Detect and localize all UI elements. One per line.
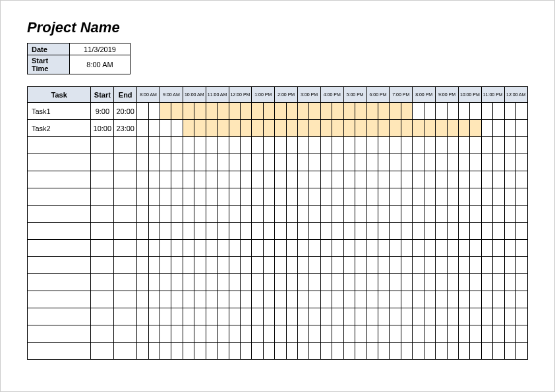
time-cell — [332, 240, 343, 257]
task-cell[interactable] — [28, 188, 91, 206]
end-cell[interactable] — [114, 240, 137, 257]
time-cell — [343, 274, 355, 291]
start-cell[interactable] — [91, 325, 114, 343]
time-cell — [252, 188, 263, 206]
start-cell[interactable] — [91, 343, 114, 360]
time-cell — [240, 274, 251, 291]
start-cell[interactable] — [91, 240, 114, 257]
time-cell — [447, 240, 458, 257]
time-cell — [263, 291, 274, 308]
time-cell — [263, 308, 274, 325]
time-cell — [343, 154, 355, 171]
start-cell[interactable] — [91, 223, 114, 240]
time-cell — [320, 103, 332, 120]
time-cell — [298, 103, 309, 120]
end-cell[interactable] — [114, 206, 137, 223]
task-cell[interactable] — [28, 308, 91, 325]
time-cell — [458, 343, 469, 360]
time-cell — [493, 206, 504, 223]
time-cell — [401, 120, 412, 137]
start-cell[interactable] — [91, 206, 114, 223]
time-cell — [240, 291, 251, 308]
task-cell[interactable] — [28, 291, 91, 308]
time-cell — [206, 291, 217, 308]
hour-header: 2:00 PM — [275, 87, 298, 103]
start-cell[interactable] — [91, 291, 114, 308]
time-cell — [458, 240, 469, 257]
time-cell — [160, 188, 171, 206]
end-cell[interactable] — [114, 188, 137, 206]
time-cell — [424, 291, 435, 308]
task-cell[interactable] — [28, 137, 91, 154]
start-cell[interactable] — [91, 171, 114, 188]
end-cell[interactable]: 20:00 — [114, 103, 137, 120]
time-cell — [309, 257, 320, 274]
time-cell — [390, 291, 401, 308]
time-cell — [436, 325, 447, 343]
task-cell[interactable] — [28, 325, 91, 343]
time-cell — [447, 325, 458, 343]
time-cell — [516, 137, 528, 154]
time-cell — [424, 120, 435, 137]
hour-header: 9:00 AM — [160, 87, 183, 103]
time-cell — [447, 257, 458, 274]
end-cell[interactable] — [114, 291, 137, 308]
end-cell[interactable] — [114, 137, 137, 154]
end-cell[interactable]: 23:00 — [114, 120, 137, 137]
time-cell — [481, 325, 492, 343]
start-cell[interactable] — [91, 257, 114, 274]
time-cell — [504, 240, 515, 257]
time-cell — [148, 120, 160, 137]
task-cell[interactable]: Task2 — [28, 120, 91, 137]
start-cell[interactable] — [91, 188, 114, 206]
time-cell — [275, 291, 286, 308]
time-cell — [493, 343, 504, 360]
end-cell[interactable] — [114, 257, 137, 274]
time-cell — [447, 291, 458, 308]
time-cell — [470, 154, 481, 171]
time-cell — [390, 343, 401, 360]
task-cell[interactable] — [28, 257, 91, 274]
start-time-value[interactable]: 8:00 AM — [70, 55, 131, 74]
task-cell[interactable] — [28, 171, 91, 188]
time-cell — [332, 308, 343, 325]
time-cell — [378, 137, 389, 154]
end-cell[interactable] — [114, 154, 137, 171]
time-cell — [171, 308, 183, 325]
start-cell[interactable] — [91, 274, 114, 291]
start-time-label: Start Time — [28, 55, 70, 74]
time-cell — [320, 188, 332, 206]
task-cell[interactable] — [28, 206, 91, 223]
time-cell — [309, 308, 320, 325]
time-cell — [332, 274, 343, 291]
time-cell — [355, 188, 366, 206]
end-cell[interactable] — [114, 308, 137, 325]
time-cell — [355, 154, 366, 171]
time-cell — [366, 171, 378, 188]
end-cell[interactable] — [114, 274, 137, 291]
task-cell[interactable] — [28, 343, 91, 360]
start-cell[interactable]: 9:00 — [91, 103, 114, 120]
task-cell[interactable] — [28, 240, 91, 257]
time-cell — [275, 308, 286, 325]
task-cell[interactable] — [28, 274, 91, 291]
time-cell — [504, 171, 515, 188]
start-cell[interactable] — [91, 308, 114, 325]
time-cell — [252, 257, 263, 274]
task-cell[interactable] — [28, 223, 91, 240]
end-cell[interactable] — [114, 223, 137, 240]
task-cell[interactable]: Task1 — [28, 103, 91, 120]
end-cell[interactable] — [114, 325, 137, 343]
task-cell[interactable] — [28, 154, 91, 171]
time-cell — [343, 137, 355, 154]
time-cell — [298, 137, 309, 154]
time-cell — [240, 257, 251, 274]
time-cell — [504, 325, 515, 343]
start-cell[interactable] — [91, 154, 114, 171]
end-cell[interactable] — [114, 343, 137, 360]
start-cell[interactable]: 10:00 — [91, 120, 114, 137]
start-cell[interactable] — [91, 137, 114, 154]
end-cell[interactable] — [114, 171, 137, 188]
date-value[interactable]: 11/3/2019 — [70, 43, 131, 55]
time-cell — [366, 257, 378, 274]
